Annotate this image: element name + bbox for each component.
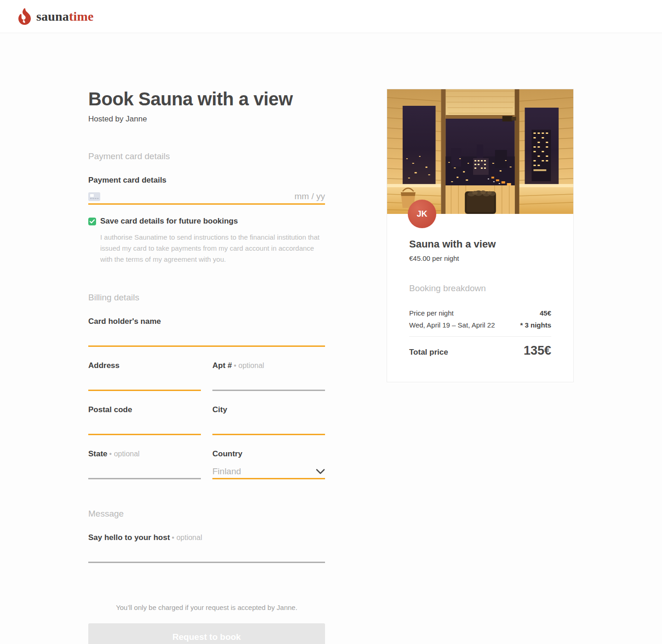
- card-expiry-input[interactable]: [288, 191, 325, 201]
- booking-form: Book Sauna with a view Hosted by Janne P…: [88, 89, 325, 644]
- apt-input[interactable]: [212, 390, 325, 391]
- price-per-night-value: 45€: [540, 309, 551, 317]
- logo-text-accent: time: [69, 9, 94, 23]
- billing-section-heading: Billing details: [88, 293, 325, 303]
- booking-dates: Wed, April 19 – Sat, April 22: [409, 321, 495, 329]
- dates-row: Wed, April 19 – Sat, April 22 * 3 nights: [409, 321, 551, 329]
- state-label: State: [88, 449, 108, 458]
- total-price-row: Total price 135€: [409, 344, 551, 358]
- charge-disclaimer: You’ll only be charged if your request i…: [88, 604, 325, 611]
- page-title: Book Sauna with a view: [88, 89, 325, 109]
- host-message-optional-tag: • optional: [172, 534, 202, 541]
- apt-field: Apt #• optional: [212, 361, 325, 391]
- card-details-label: Payment card details: [88, 176, 166, 184]
- flame-icon: [18, 8, 31, 25]
- saunatime-logo[interactable]: saunatime: [18, 8, 94, 25]
- postal-code-input[interactable]: [88, 434, 201, 435]
- logo-text-primary: sauna: [36, 9, 69, 23]
- country-select[interactable]: Finland: [212, 465, 325, 478]
- breakdown-heading: Booking breakdown: [409, 283, 551, 293]
- address-label: Address: [88, 361, 120, 370]
- card-authorisation-text: I authorise Saunatime to send instructio…: [100, 232, 326, 265]
- apt-label: Apt #: [212, 361, 232, 370]
- checkmark-icon: [90, 219, 95, 224]
- hosted-by-subtitle: Hosted by Janne: [88, 115, 325, 124]
- message-section-heading: Message: [88, 509, 325, 519]
- listing-title: Sauna with a view: [409, 238, 551, 250]
- country-underline: [212, 478, 325, 479]
- save-card-label: Save card details for future bookings: [100, 217, 238, 226]
- main-content: Book Sauna with a view Hosted by Janne P…: [0, 33, 662, 644]
- card-field-underline: [88, 203, 325, 205]
- card-holder-label: Card holder's name: [88, 317, 161, 326]
- host-message-label: Say hello to your host: [88, 533, 170, 542]
- city-input[interactable]: [212, 434, 325, 435]
- postal-code-label: Postal code: [88, 405, 132, 414]
- host-message-field: Say hello to your host• optional: [88, 533, 325, 563]
- nights-multiplier: * 3 nights: [520, 321, 551, 329]
- price-per-night-row: Price per night 45€: [409, 309, 551, 317]
- save-card-checkbox[interactable]: [88, 218, 96, 225]
- city-field: City: [212, 405, 325, 435]
- card-number-field[interactable]: [88, 190, 325, 203]
- save-card-checkbox-row[interactable]: Save card details for future bookings: [88, 217, 325, 226]
- request-to-book-button[interactable]: Request to book: [88, 623, 325, 644]
- total-price-value: 135€: [524, 344, 551, 358]
- logo-wordmark: saunatime: [36, 9, 94, 24]
- country-selected-value: Finland: [212, 466, 241, 477]
- city-label: City: [212, 405, 227, 414]
- app-header: saunatime: [0, 0, 662, 33]
- listing-price-per-night: €45.00 per night: [409, 254, 551, 262]
- card-holder-field: Card holder's name: [88, 317, 325, 347]
- sauna-listing-photo: [387, 89, 573, 214]
- state-optional-tag: • optional: [109, 450, 140, 458]
- country-label: Country: [212, 449, 242, 458]
- total-price-label: Total price: [409, 348, 448, 357]
- state-field: State• optional: [88, 449, 201, 479]
- card-number-input[interactable]: [105, 191, 288, 201]
- host-avatar[interactable]: JK: [408, 200, 436, 228]
- address-field: Address: [88, 361, 201, 391]
- country-field: Country Finland: [212, 449, 325, 479]
- price-per-night-label: Price per night: [409, 309, 454, 317]
- apt-optional-tag: • optional: [234, 362, 264, 369]
- booking-summary-card: JK Sauna with a view €45.00 per night Bo…: [387, 89, 574, 382]
- postal-code-field: Postal code: [88, 405, 201, 435]
- address-input[interactable]: [88, 390, 201, 391]
- chevron-down-icon: [316, 469, 325, 474]
- payment-section-heading: Payment card details: [88, 151, 325, 161]
- state-input[interactable]: [88, 478, 201, 479]
- host-message-input[interactable]: [88, 562, 325, 563]
- credit-card-icon: [88, 192, 100, 201]
- breakdown-divider: [409, 336, 551, 337]
